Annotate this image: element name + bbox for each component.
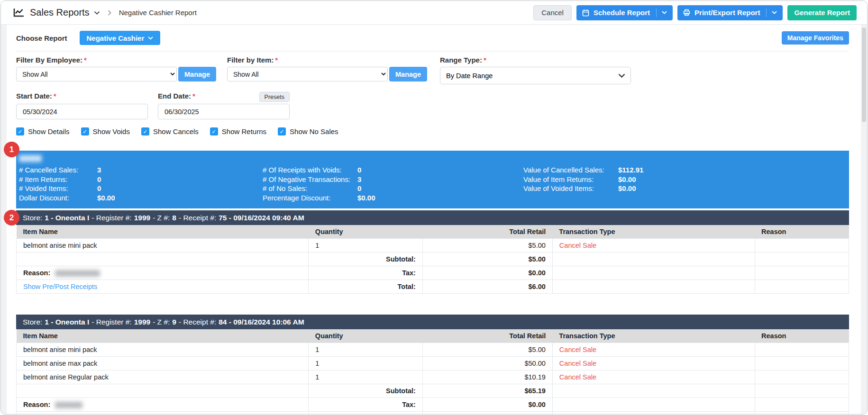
manage-favorites-button[interactable]: Manage Favorites <box>782 31 849 45</box>
empty-cell <box>552 398 755 412</box>
z-label: - Z #: <box>153 318 170 326</box>
report-selector-row: Choose Report Negative Cashier Manage Fa… <box>16 25 849 52</box>
receipt-section: 2 Store: 1 - Oneonta I - Register #: 199… <box>16 210 849 294</box>
dates-row: Start Date:* End Date:* Presets <box>16 92 849 119</box>
total-label: Total: <box>309 412 423 415</box>
nav-title[interactable]: Sales Reports <box>30 7 90 18</box>
register-label: - Register #: <box>91 214 131 222</box>
item-name-cell: belmont anise max pack <box>17 357 309 370</box>
checkbox-label: Show Voids <box>93 127 130 135</box>
z-value: 8 <box>172 214 176 222</box>
sales-reports-chart-icon <box>13 8 24 17</box>
print-export-label: Print/Export Report <box>694 9 760 17</box>
presets-button[interactable]: Presets <box>259 92 290 102</box>
col-total-retail: Total Retail <box>422 225 552 239</box>
col-reason: Reason <box>755 329 849 343</box>
reason-cell <box>755 239 849 253</box>
total-row: Show Pre/Post Receipts Total: $82.92 <box>17 412 849 415</box>
button-divider <box>656 9 657 17</box>
store-label: Store: <box>23 214 42 222</box>
col-quantity: Quantity <box>309 329 423 343</box>
range-type-select[interactable]: By Date Range <box>440 67 631 84</box>
receipt-value: 75 - 09/16/2024 09:40 AM <box>219 214 304 222</box>
stat-label: Value of Cancelled Sales: <box>523 165 618 175</box>
total-value: $82.92 <box>422 412 552 415</box>
empty-cell <box>755 253 849 266</box>
choose-report-label: Choose Report <box>16 34 67 42</box>
show-details-checkbox[interactable]: ✓ Show Details <box>16 127 70 135</box>
show-voids-checkbox[interactable]: ✓ Show Voids <box>81 127 130 135</box>
item-name-cell: belmont anise Regular pack <box>17 370 309 384</box>
transaction-type-cell: Cancel Sale <box>552 343 755 357</box>
stat-value: $112.91 <box>618 165 643 175</box>
stat-label: # Voided Items: <box>19 184 97 193</box>
reason-cell <box>755 357 849 370</box>
item-name-cell: belmont anise mini pack <box>17 343 309 357</box>
filters-row: Filter By Employee:* Show All Manage Fil… <box>16 56 849 84</box>
report-type-dropdown[interactable]: Negative Cashier <box>80 31 161 45</box>
col-total-retail: Total Retail <box>422 329 552 343</box>
subtotal-row: Subtotal: $5.00 <box>17 253 849 266</box>
tax-value: $0.00 <box>422 398 552 412</box>
stat-label: # of No Sales: <box>263 184 357 193</box>
z-label: - Z #: <box>153 214 170 222</box>
redacted-employee-name <box>19 155 42 162</box>
item-filter-select[interactable]: Show All <box>227 67 388 81</box>
stat-value: 0 <box>97 175 101 184</box>
generate-report-button[interactable]: Generate Report <box>787 5 857 20</box>
redacted-reason-value <box>55 270 100 277</box>
subtotal-label: Subtotal: <box>309 384 423 398</box>
show-options-row: ✓ Show Details ✓ Show Voids ✓ Show Cance… <box>16 127 849 135</box>
receipt-reason-cell: Reason: <box>17 266 309 280</box>
start-date-input[interactable] <box>16 104 148 119</box>
show-returns-checkbox[interactable]: ✓ Show Returns <box>210 127 266 135</box>
manage-employees-button[interactable]: Manage <box>178 67 216 81</box>
calendar-icon <box>582 9 589 17</box>
breadcrumb-separator-icon <box>108 10 111 16</box>
stat-label: Value of Item Returns: <box>523 175 618 184</box>
table-header-row: Item Name Quantity Total Retail Transact… <box>17 225 849 239</box>
required-marker: * <box>192 92 195 100</box>
end-date-input[interactable] <box>158 104 290 119</box>
table-header-row: Item Name Quantity Total Retail Transact… <box>17 329 849 343</box>
stat-value: 3 <box>97 165 101 175</box>
reason-label: Reason: <box>23 401 50 408</box>
required-marker: * <box>275 56 278 64</box>
vertical-scrollbar[interactable] <box>861 25 867 414</box>
print-export-chevron-down-icon[interactable] <box>772 11 777 14</box>
empty-cell <box>755 412 849 415</box>
empty-cell <box>755 266 849 280</box>
print-export-report-button[interactable]: Print/Export Report <box>677 5 783 20</box>
show-no-sales-checkbox[interactable]: ✓ Show No Sales <box>278 127 338 135</box>
annotation-badge-2: 2 <box>4 210 19 226</box>
stat-label: # Of Receipts with Voids: <box>263 165 357 175</box>
button-divider <box>766 9 767 17</box>
filter-item-label: Filter by Item:* <box>227 56 427 64</box>
quantity-cell: 1 <box>309 343 423 357</box>
scrollbar-thumb[interactable] <box>862 27 866 122</box>
reason-cell <box>755 343 849 357</box>
item-row: belmont anise Regular pack 1 $10.19 Canc… <box>17 370 849 384</box>
schedule-chevron-down-icon[interactable] <box>662 11 667 14</box>
total-retail-cell: $50.00 <box>422 357 552 370</box>
checkbox-checked-icon: ✓ <box>81 127 89 135</box>
tax-value: $0.00 <box>422 266 552 280</box>
receipt-items-table: Item Name Quantity Total Retail Transact… <box>16 329 849 415</box>
nav-chevron-down-icon[interactable] <box>94 11 100 15</box>
total-retail-cell: $5.00 <box>422 343 552 357</box>
register-label: - Register #: <box>91 318 131 326</box>
stat-label: # Item Returns: <box>19 175 97 184</box>
show-cancels-checkbox[interactable]: ✓ Show Cancels <box>141 127 199 135</box>
manage-items-button[interactable]: Manage <box>389 67 427 81</box>
employee-filter-select[interactable]: Show All <box>16 67 177 81</box>
cancel-button[interactable]: Cancel <box>533 5 572 20</box>
col-item-name: Item Name <box>17 329 309 343</box>
reason-cell <box>755 370 849 384</box>
checkbox-label: Show Returns <box>222 127 266 135</box>
cashier-summary-panel: 1 # Cancelled Sales:3 # Item Returns:0 #… <box>16 151 849 208</box>
schedule-report-button[interactable]: Schedule Report <box>576 5 673 20</box>
stat-label: Dollar Discount: <box>19 193 97 203</box>
show-pre-post-receipts-link[interactable]: Show Pre/Post Receipts <box>23 283 97 290</box>
stat-value: 3 <box>357 175 361 184</box>
item-row: belmont anise mini pack 1 $5.00 Cancel S… <box>17 239 849 253</box>
